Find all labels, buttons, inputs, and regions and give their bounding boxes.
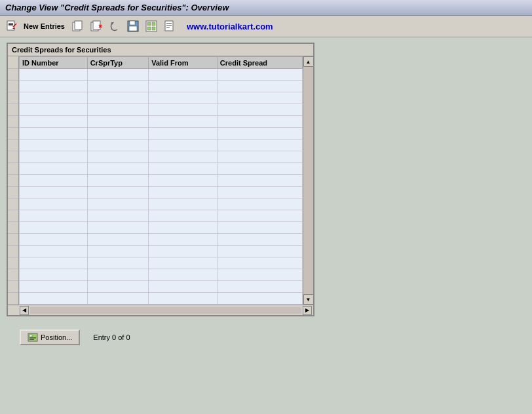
toolbar-copy-button[interactable]	[70, 18, 86, 34]
table-cell[interactable]	[149, 128, 218, 140]
row-selector[interactable]	[8, 163, 18, 175]
table-row[interactable]	[20, 104, 303, 116]
table-cell[interactable]	[149, 81, 218, 92]
table-cell[interactable]	[149, 116, 218, 128]
table-cell[interactable]	[149, 175, 218, 187]
table-cell[interactable]	[87, 198, 149, 210]
table-row[interactable]	[20, 222, 303, 234]
table-row[interactable]	[20, 187, 303, 198]
table-cell[interactable]	[20, 234, 88, 246]
row-selector[interactable]	[8, 246, 18, 257]
scroll-down-button[interactable]: ▼	[303, 294, 314, 305]
table-cell[interactable]	[20, 116, 88, 128]
table-cell[interactable]	[20, 257, 88, 269]
table-cell[interactable]	[20, 281, 88, 293]
table-cell[interactable]	[217, 187, 302, 198]
hscroll-track[interactable]	[30, 307, 301, 314]
table-cell[interactable]	[87, 151, 149, 163]
table-cell[interactable]	[217, 128, 302, 140]
table-row[interactable]	[20, 151, 303, 163]
table-cell[interactable]	[217, 92, 302, 104]
table-cell[interactable]	[217, 140, 302, 151]
id-number-col-header[interactable]: ID Number	[20, 57, 88, 69]
row-selector[interactable]	[8, 92, 18, 104]
table-cell[interactable]	[87, 69, 149, 81]
table-cell[interactable]	[20, 140, 88, 151]
table-cell[interactable]	[20, 104, 88, 116]
table-cell[interactable]	[217, 246, 302, 257]
table-cell[interactable]	[149, 257, 218, 269]
crspr-typ-col-header[interactable]: CrSprTyp	[87, 57, 149, 69]
table-cell[interactable]	[20, 187, 88, 198]
table-cell[interactable]	[149, 234, 218, 246]
table-row[interactable]	[20, 234, 303, 246]
row-selector[interactable]	[8, 104, 18, 116]
row-selector[interactable]	[8, 234, 18, 246]
table-cell[interactable]	[20, 81, 88, 92]
table-cell[interactable]	[149, 198, 218, 210]
row-selector[interactable]	[8, 222, 18, 234]
table-row[interactable]	[20, 163, 303, 175]
table-cell[interactable]	[217, 234, 302, 246]
table-cell[interactable]	[87, 210, 149, 222]
table-cell[interactable]	[217, 104, 302, 116]
table-cell[interactable]	[87, 281, 149, 293]
row-selector[interactable]	[8, 175, 18, 187]
table-cell[interactable]	[149, 104, 218, 116]
new-entries-button[interactable]	[4, 18, 20, 34]
table-cell[interactable]	[20, 246, 88, 257]
table-cell[interactable]	[20, 69, 88, 81]
table-cell[interactable]	[149, 246, 218, 257]
table-cell[interactable]	[87, 92, 149, 104]
row-selector[interactable]	[8, 293, 18, 305]
table-cell[interactable]	[87, 257, 149, 269]
toolbar-refresh-button[interactable]	[143, 18, 159, 34]
table-cell[interactable]	[20, 151, 88, 163]
table-cell[interactable]	[217, 81, 302, 92]
table-cell[interactable]	[149, 222, 218, 234]
table-cell[interactable]	[217, 69, 302, 81]
table-row[interactable]	[20, 198, 303, 210]
table-row[interactable]	[20, 81, 303, 92]
toolbar-save-button[interactable]	[125, 18, 141, 34]
table-cell[interactable]	[20, 128, 88, 140]
table-cell[interactable]	[217, 269, 302, 281]
credit-spread-col-header[interactable]: Credit Spread	[217, 57, 302, 69]
table-cell[interactable]	[20, 269, 88, 281]
table-cell[interactable]	[87, 104, 149, 116]
row-selector[interactable]	[8, 151, 18, 163]
table-cell[interactable]	[149, 293, 218, 305]
table-cell[interactable]	[217, 210, 302, 222]
table-row[interactable]	[20, 92, 303, 104]
table-cell[interactable]	[217, 198, 302, 210]
table-row[interactable]	[20, 293, 303, 305]
table-cell[interactable]	[149, 187, 218, 198]
toolbar-undo-button[interactable]	[107, 18, 123, 34]
table-row[interactable]	[20, 175, 303, 187]
table-cell[interactable]	[217, 281, 302, 293]
table-cell[interactable]	[87, 246, 149, 257]
table-cell[interactable]	[217, 257, 302, 269]
row-selector[interactable]	[8, 198, 18, 210]
scroll-left-button[interactable]: ◀	[20, 306, 29, 315]
table-cell[interactable]	[20, 293, 88, 305]
table-cell[interactable]	[87, 234, 149, 246]
table-cell[interactable]	[87, 175, 149, 187]
table-cell[interactable]	[87, 222, 149, 234]
table-cell[interactable]	[217, 175, 302, 187]
row-selector[interactable]	[8, 269, 18, 281]
row-selector[interactable]	[8, 128, 18, 140]
scroll-track[interactable]	[303, 67, 313, 294]
table-cell[interactable]	[87, 293, 149, 305]
table-cell[interactable]	[217, 116, 302, 128]
table-cell[interactable]	[149, 269, 218, 281]
table-cell[interactable]	[217, 293, 302, 305]
scroll-right-button[interactable]: ▶	[303, 306, 312, 315]
table-cell[interactable]	[20, 175, 88, 187]
row-selector[interactable]	[8, 257, 18, 269]
table-cell[interactable]	[149, 92, 218, 104]
table-row[interactable]	[20, 140, 303, 151]
table-cell[interactable]	[217, 163, 302, 175]
table-cell[interactable]	[149, 69, 218, 81]
table-cell[interactable]	[87, 128, 149, 140]
